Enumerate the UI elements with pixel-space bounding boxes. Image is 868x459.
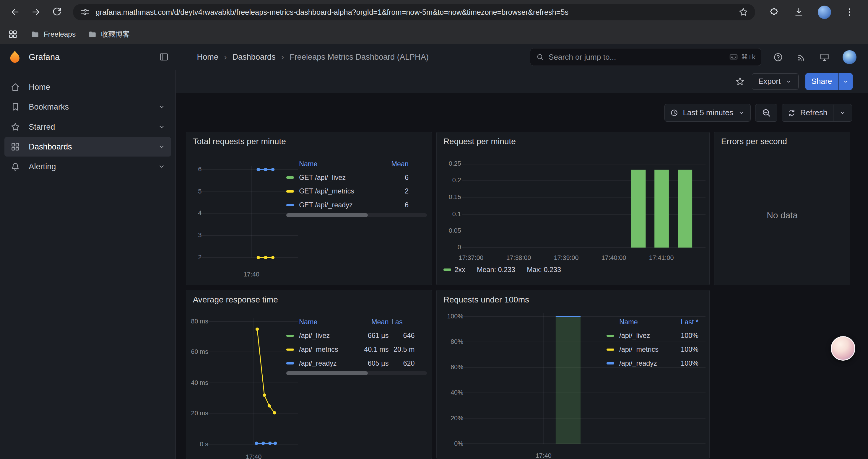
sidebar-item-bookmarks[interactable]: Bookmarks — [4, 97, 172, 117]
legend-col-name[interactable]: Name — [299, 318, 350, 326]
news-button[interactable] — [796, 52, 807, 63]
legend-col-last[interactable]: Last * — [671, 318, 699, 326]
reload-button[interactable] — [48, 3, 66, 21]
export-button[interactable]: Export — [752, 73, 799, 90]
series-name: /api/_livez — [619, 332, 668, 340]
url-bar[interactable]: grafana.mathmast.com/d/deytv4rwavabkb/fr… — [73, 4, 755, 21]
legend-col-name[interactable]: Name — [619, 318, 668, 326]
legend-col-mean[interactable]: Mean — [353, 318, 389, 326]
share-label: Share — [805, 77, 838, 86]
bookmark-star-icon[interactable] — [738, 7, 749, 18]
scrollbar-thumb[interactable] — [286, 371, 368, 375]
legend-series-row[interactable]: /api/_livez 661 µs 646 — [286, 329, 427, 342]
panel-average-response-time[interactable]: Average response time 80 ms60 ms40 ms20 … — [186, 290, 432, 459]
legend-series-row[interactable]: /api/_livez 100% — [607, 329, 704, 342]
chevron-down-icon[interactable] — [157, 103, 166, 111]
panel-title[interactable]: Request per minute — [437, 132, 709, 146]
back-button[interactable] — [6, 3, 24, 21]
breadcrumb-home[interactable]: Home — [197, 52, 218, 62]
panel-title[interactable]: Average response time — [186, 290, 432, 304]
legend-col-last[interactable]: Las — [392, 318, 415, 326]
legend-series-row[interactable]: /api/_readyz 605 µs 620 — [286, 357, 427, 370]
header-left: Grafana — [0, 50, 176, 64]
zoom-out-button[interactable] — [755, 104, 777, 122]
user-avatar[interactable] — [843, 50, 857, 64]
brand-name: Grafana — [29, 52, 152, 62]
chevron-down-icon[interactable] — [157, 123, 166, 131]
legend-scrollbar[interactable] — [286, 371, 427, 375]
legend-series-row[interactable]: /api/_readyz 100% — [607, 357, 704, 370]
search-box[interactable]: ⌘+k — [530, 48, 761, 66]
series-point — [257, 168, 260, 171]
dashboards-grid-icon — [10, 141, 21, 152]
kiosk-mode-button[interactable] — [819, 52, 830, 63]
legend-table: Name Mean Las /api/_livez 661 µs 646 — [286, 316, 427, 370]
series-point — [273, 411, 276, 415]
share-button[interactable]: Share — [805, 73, 852, 90]
time-range-picker[interactable]: Last 5 minutes — [664, 104, 751, 122]
keyboard-icon — [729, 52, 738, 62]
sidebar-item-starred[interactable]: Starred — [4, 117, 172, 137]
bookmark-label: Freeleaps — [44, 30, 75, 38]
panel-title[interactable]: Requests under 100ms — [437, 290, 709, 304]
browser-menu-button[interactable] — [841, 3, 859, 21]
refresh-button[interactable]: Refresh — [782, 104, 852, 122]
favorite-dashboard-button[interactable] — [735, 76, 745, 87]
profile-button[interactable] — [815, 3, 833, 21]
sidebar-toggle-button[interactable] — [159, 52, 169, 62]
legend-series-row[interactable]: /api/_metrics 40.1 ms 20.5 m — [286, 342, 427, 357]
bookmark-folder-blogs[interactable]: 收藏博客 — [88, 30, 130, 39]
panel-requests-under-100ms[interactable]: Requests under 100ms 100%80%60%40%20%0%1… — [436, 290, 710, 459]
series-name: /api/_livez — [299, 332, 350, 340]
puzzle-icon — [768, 7, 779, 18]
series-name: /api/_readyz — [619, 359, 668, 367]
chart-canvas — [441, 157, 706, 282]
legend-series-row[interactable]: GET /api/_readyz 6 — [286, 198, 427, 212]
panel-errors-per-second[interactable]: Errors per second No data — [714, 132, 850, 286]
extensions-button[interactable] — [765, 3, 782, 21]
panel-title[interactable]: Errors per second — [714, 132, 850, 146]
series-max: Max: 0.233 — [527, 266, 561, 274]
legend-series-row[interactable]: GET /api/_metrics 2 — [286, 184, 427, 198]
sidebar-item-home[interactable]: Home — [4, 77, 172, 97]
legend-col-mean[interactable]: Mean — [374, 160, 409, 168]
breadcrumb-dashboards[interactable]: Dashboards — [232, 52, 275, 62]
series-swatch — [286, 204, 294, 206]
grafana-logo[interactable] — [8, 50, 22, 64]
series-point — [264, 256, 267, 259]
chevron-down-icon[interactable] — [157, 143, 166, 151]
site-settings-icon[interactable] — [80, 7, 90, 18]
chart-canvas — [187, 157, 298, 282]
downloads-button[interactable] — [790, 3, 808, 21]
bookmark-folder-freeleaps[interactable]: Freeleaps — [30, 30, 75, 39]
search-input[interactable] — [549, 53, 724, 62]
series-swatch — [286, 362, 294, 364]
grafana-app: Grafana Home › Dashboards › Freeleaps Me… — [0, 44, 868, 459]
chevron-down-icon — [842, 78, 849, 85]
legend-row[interactable]: 2xx Mean: 0.233 Max: 0.233 — [443, 266, 561, 274]
floating-assistant-avatar[interactable] — [831, 336, 855, 360]
sidebar-item-dashboards[interactable]: Dashboards — [4, 137, 172, 157]
url-text[interactable]: grafana.mathmast.com/d/deytv4rwavabkb/fr… — [96, 8, 733, 17]
help-button[interactable] — [773, 52, 783, 63]
panel-request-per-minute[interactable]: Request per minute 0.250.20.150.10.05017… — [436, 132, 710, 286]
search-icon — [536, 53, 544, 61]
panel-total-requests-per-minute[interactable]: Total requests per minute 6543217:40 Nam… — [186, 132, 432, 286]
forward-button[interactable] — [27, 3, 45, 21]
scrollbar-thumb[interactable] — [286, 213, 368, 217]
legend-scrollbar[interactable] — [286, 213, 427, 217]
series-name: /api/_metrics — [619, 346, 668, 354]
legend-series-row[interactable]: /api/_metrics 100% — [607, 342, 704, 357]
sidebar-item-alerting[interactable]: Alerting — [4, 157, 172, 177]
share-menu-button[interactable] — [839, 78, 852, 85]
rss-icon — [796, 52, 807, 63]
legend-series-row[interactable]: GET /api/_livez 6 — [286, 171, 427, 185]
bookmark-label: 收藏博客 — [101, 30, 130, 39]
apps-shortcut-button[interactable] — [8, 29, 18, 40]
panel-left-icon — [159, 52, 169, 62]
legend-col-name[interactable]: Name — [299, 160, 371, 168]
panel-title[interactable]: Total requests per minute — [186, 132, 432, 146]
chevron-down-icon[interactable] — [839, 109, 846, 117]
chevron-down-icon[interactable] — [157, 162, 166, 171]
legend-header: Name Mean Las — [286, 316, 427, 329]
